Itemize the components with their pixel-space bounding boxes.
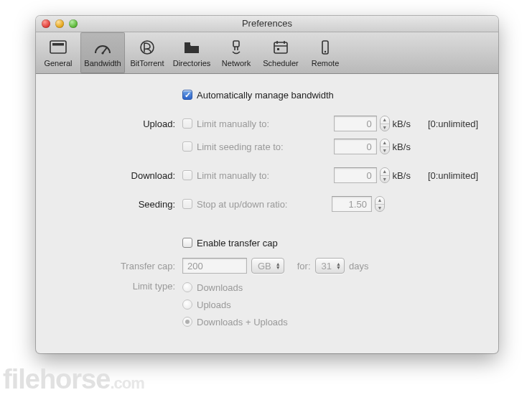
tab-bandwidth[interactable]: Bandwidth [80, 32, 125, 73]
upload-limit-label: Limit manually to: [197, 118, 269, 129]
select-value: GB [258, 261, 271, 271]
seeding-rate-label: Limit seeding rate to: [197, 141, 284, 152]
zoom-button[interactable] [69, 19, 78, 28]
scheduler-icon [270, 38, 291, 57]
tab-label: Directories [173, 59, 211, 68]
upload-hint: [0:unlimited] [428, 118, 478, 129]
tab-label: BitTorrent [130, 59, 164, 68]
preferences-window: Preferences General Bandwidth BitTorrent… [36, 16, 498, 353]
tab-label: General [44, 59, 72, 68]
svg-rect-9 [274, 42, 287, 53]
close-button[interactable] [42, 19, 50, 28]
unit-label: kB/s [393, 118, 411, 129]
download-limit-label: Limit manually to: [197, 170, 269, 181]
svg-line-3 [103, 47, 107, 53]
svg-rect-0 [50, 41, 66, 53]
content-pane: Automatically manage bandwidth Upload: L… [36, 74, 498, 345]
tab-label: Network [222, 59, 251, 68]
download-limit-input[interactable] [334, 167, 377, 183]
tab-label: Scheduler [263, 59, 299, 68]
limit-type-label: Limit type: [56, 279, 182, 292]
transfer-cap-input[interactable] [182, 258, 247, 274]
auto-manage-label: Automatically manage bandwidth [197, 90, 334, 101]
titlebar[interactable]: Preferences [36, 16, 498, 32]
window-controls [42, 19, 78, 28]
download-limit-stepper[interactable]: ▲▼ [380, 167, 390, 183]
enable-cap-label: Enable transfer cap [197, 238, 278, 248]
transfer-cap-label: Transfer cap: [56, 261, 182, 271]
for-days-select[interactable]: 31 ▲▼ [315, 258, 345, 274]
tab-bittorrent[interactable]: BitTorrent [125, 32, 169, 73]
unit-label: kB/s [393, 170, 411, 181]
seeding-ratio-stepper[interactable]: ▲▼ [375, 196, 385, 212]
tab-network[interactable]: Network [214, 32, 258, 73]
folder-icon [181, 38, 202, 57]
select-arrows-icon: ▲▼ [276, 262, 281, 269]
network-icon [225, 38, 247, 57]
tab-label: Remote [312, 59, 340, 68]
seeding-rate-checkbox[interactable] [182, 141, 192, 152]
minimize-button[interactable] [55, 19, 64, 28]
general-icon [47, 38, 69, 57]
radio-label: Downloads + Uploads [197, 317, 288, 327]
bandwidth-icon [92, 38, 113, 57]
upload-limit-checkbox[interactable] [182, 118, 192, 129]
watermark: filehorse.com [3, 364, 144, 395]
tab-directories[interactable]: Directories [169, 32, 214, 73]
bittorrent-icon [136, 38, 158, 57]
limit-type-uploads-radio[interactable] [182, 299, 192, 310]
seeding-rate-stepper[interactable]: ▲▼ [380, 139, 390, 154]
remote-icon [314, 38, 336, 57]
tab-label: Bandwidth [84, 59, 121, 68]
download-limit-checkbox[interactable] [182, 170, 192, 180]
svg-rect-6 [233, 41, 239, 47]
select-value: 31 [322, 261, 332, 271]
select-arrows-icon: ▲▼ [336, 262, 341, 269]
days-label: days [349, 261, 368, 271]
svg-rect-13 [277, 48, 279, 50]
seeding-stop-checkbox[interactable] [182, 199, 192, 209]
svg-rect-5 [185, 42, 190, 45]
toolbar: General Bandwidth BitTorrent Directories… [36, 32, 498, 74]
limit-type-both-radio[interactable] [182, 317, 192, 327]
upload-limit-stepper[interactable]: ▲▼ [380, 116, 390, 131]
seeding-section-label: Seeding: [56, 199, 182, 210]
window-title: Preferences [242, 18, 292, 29]
seeding-ratio-input[interactable] [332, 196, 372, 212]
download-hint: [0:unlimited] [428, 170, 478, 181]
upload-limit-input[interactable] [334, 116, 377, 131]
download-section-label: Download: [56, 170, 182, 181]
tab-remote[interactable]: Remote [303, 32, 347, 73]
radio-label: Downloads [197, 282, 243, 293]
unit-label: kB/s [393, 141, 411, 152]
radio-label: Uploads [197, 299, 231, 310]
auto-manage-checkbox[interactable] [182, 90, 192, 100]
tab-general[interactable]: General [36, 32, 80, 73]
transfer-cap-unit-select[interactable]: GB ▲▼ [251, 258, 284, 274]
upload-section-label: Upload: [56, 118, 182, 129]
enable-cap-checkbox[interactable] [182, 238, 192, 248]
tab-scheduler[interactable]: Scheduler [258, 32, 303, 73]
svg-point-15 [325, 51, 326, 52]
seeding-stop-label: Stop at up/down ratio: [197, 199, 287, 210]
limit-type-downloads-radio[interactable] [182, 282, 192, 292]
for-label: for: [297, 261, 311, 271]
svg-rect-1 [52, 43, 64, 46]
seeding-rate-input[interactable] [334, 139, 377, 154]
